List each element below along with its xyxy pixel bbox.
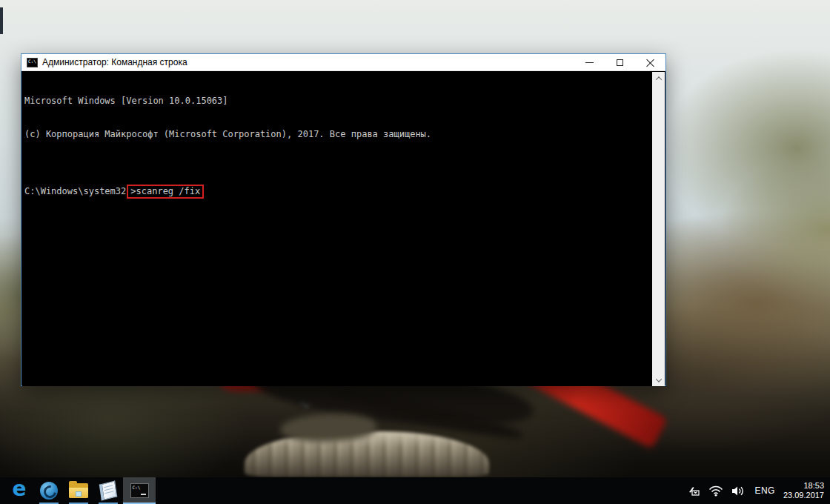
clock[interactable]: 18:53 23.09.2017 (783, 481, 824, 500)
folder-slot (76, 491, 82, 497)
scroll-up-button[interactable] (652, 72, 665, 84)
prompt-path: C:\Windows\system32 (24, 186, 126, 196)
screen-edge-artifact (0, 7, 3, 34)
chevron-down-icon (655, 376, 661, 382)
cmd-window: Администратор: Командная строка Microsof… (21, 53, 666, 386)
blue-circle-app-icon (40, 482, 58, 500)
titlebar[interactable]: Администратор: Командная строка (21, 54, 665, 71)
taskbar-blue-circle-app-button[interactable] (34, 477, 64, 504)
cmd-window-icon (27, 58, 38, 67)
system-tray: ENG 18:53 23.09.2017 (687, 477, 830, 504)
window-controls (574, 54, 665, 70)
console-prompt-line: C:\Windows\system32>scanreg /fix (24, 185, 654, 199)
tray-time: 18:53 (803, 481, 824, 490)
scroll-down-button[interactable] (652, 374, 665, 386)
close-icon (646, 59, 654, 67)
pen-input-icon[interactable] (687, 485, 700, 496)
taskbar-notepad-button[interactable] (93, 477, 123, 504)
typed-command: >scanreg /fix (130, 186, 200, 196)
minimize-button[interactable] (574, 54, 605, 70)
edge-icon: e (13, 480, 27, 499)
highlight-box: >scanreg /fix (127, 185, 204, 199)
taskbar-apps: e (0, 477, 156, 504)
taskbar-cmd-button[interactable] (123, 477, 156, 504)
desktop: Администратор: Командная строка Microsof… (0, 0, 830, 504)
volume-icon[interactable] (731, 485, 746, 497)
window-title: Администратор: Командная строка (42, 57, 187, 67)
tray-date: 23.09.2017 (783, 491, 824, 500)
wifi-icon[interactable] (708, 485, 723, 497)
console-line-version: Microsoft Windows [Version 10.0.15063] (24, 96, 654, 107)
wallpaper-wood-stump (245, 431, 489, 477)
taskbar-file-explorer-button[interactable] (64, 477, 93, 504)
close-button[interactable] (635, 54, 665, 70)
taskbar: e (0, 477, 830, 504)
chevron-up-icon (655, 76, 661, 82)
file-explorer-icon (69, 483, 88, 498)
maximize-button[interactable] (605, 54, 635, 70)
console-line-copyright: (c) Корпорация Майкрософт (Microsoft Cor… (24, 129, 654, 140)
console-output[interactable]: Microsoft Windows [Version 10.0.15063] (… (22, 72, 654, 386)
maximize-icon (617, 59, 623, 66)
notepad-icon (99, 480, 117, 500)
minimize-icon (585, 62, 594, 63)
scrollbar[interactable] (652, 72, 665, 386)
cmd-taskbar-icon (130, 483, 149, 498)
taskbar-edge-button[interactable]: e (4, 477, 34, 504)
language-indicator[interactable]: ENG (754, 485, 775, 496)
